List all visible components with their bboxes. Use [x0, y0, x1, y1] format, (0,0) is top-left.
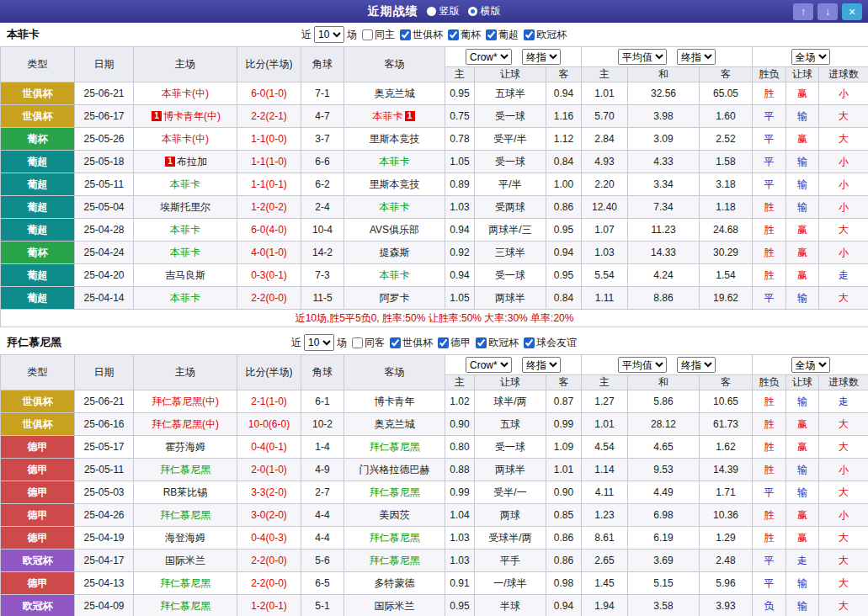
match-date: 25-04-28 — [75, 219, 134, 242]
score-cell: 1-1(0-1) — [237, 173, 301, 196]
odds-away: 0.99 — [546, 413, 582, 436]
match-row: 德甲25-05-17霍芬海姆0-4(0-1)1-4拜仁慕尼黑0.80受一球1.0… — [1, 436, 868, 459]
home-team-cell: RB莱比锡 — [134, 481, 237, 504]
league-filter-checkbox[interactable] — [476, 337, 487, 348]
odds-home: 0.94 — [445, 219, 475, 242]
away-team-name: 里斯本竞技 — [370, 178, 420, 190]
score-cell: 6-0(1-0) — [237, 82, 301, 105]
league-filter-3[interactable]: 球会友谊 — [524, 336, 577, 350]
odds-provider-select[interactable]: Crow* — [466, 49, 512, 65]
home-team-cell: 1博卡青年(中) — [134, 105, 237, 128]
corner-cell: 11-5 — [301, 287, 344, 310]
move-up-button[interactable]: ↑ — [793, 3, 813, 20]
away-team-name: 里斯本竞技 — [370, 133, 420, 145]
home-team-cell: 拜仁慕尼黑 — [134, 572, 237, 595]
odds-stage-select[interactable]: 终指 — [522, 49, 561, 65]
match-count-select[interactable]: 10 — [304, 334, 334, 351]
corner-cell: 6-6 — [301, 151, 344, 173]
sub-column-header: 和 — [628, 67, 700, 82]
same-venue-checkbox[interactable] — [362, 29, 373, 40]
avg-away: 2.52 — [700, 128, 753, 151]
scope-group: 全场 — [753, 47, 868, 67]
average-stage-select[interactable]: 终指 — [677, 49, 716, 65]
odds-home: 0.90 — [445, 413, 475, 436]
result-goals: 大 — [819, 572, 868, 595]
league-filter-checkbox[interactable] — [486, 29, 497, 40]
result-handicap: 输 — [786, 105, 819, 128]
close-button[interactable]: × — [842, 3, 862, 20]
away-team-cell: 奥克兰城 — [344, 413, 445, 436]
league-filter-2[interactable]: 葡超 — [486, 28, 519, 42]
same-venue-filter[interactable]: 同客 — [352, 336, 385, 350]
league-type-badge: 德甲 — [1, 572, 75, 595]
avg-draw: 3.09 — [628, 128, 700, 151]
radio-selected-icon — [468, 7, 477, 16]
same-venue-filter[interactable]: 同主 — [362, 28, 395, 42]
avg-draw: 6.98 — [628, 504, 700, 527]
match-date: 25-05-11 — [75, 459, 134, 481]
match-row: 葡超25-05-04埃斯托里尔1-2(0-2)2-4本菲卡1.03受两球0.86… — [1, 196, 868, 219]
league-filter-0[interactable]: 世俱杯 — [390, 336, 433, 350]
away-team-name: 本菲卡 — [380, 201, 410, 213]
odds-stage-select[interactable]: 终指 — [522, 357, 561, 373]
result-handicap: 赢 — [786, 219, 819, 242]
result-goals: 大 — [819, 481, 868, 504]
result-handicap: 输 — [786, 459, 819, 481]
league-type-badge: 葡超 — [1, 173, 75, 196]
league-filter-checkbox[interactable] — [438, 337, 449, 348]
league-filter-0[interactable]: 世俱杯 — [400, 28, 443, 42]
result-goals: 大 — [819, 128, 868, 151]
result-handicap: 赢 — [786, 264, 819, 287]
sub-column-header: 主 — [582, 375, 628, 390]
league-filter-checkbox[interactable] — [400, 29, 411, 40]
odds-provider-select[interactable]: Crow* — [466, 357, 512, 373]
odds-handicap: 半球 — [475, 595, 546, 616]
league-filter-checkbox[interactable] — [524, 337, 535, 348]
average-stage-select[interactable]: 终指 — [677, 357, 716, 373]
move-down-button[interactable]: ↓ — [817, 3, 838, 20]
result-outcome: 胜 — [753, 413, 786, 436]
column-header: 角球 — [301, 355, 344, 390]
league-type-badge: 葡杯 — [1, 242, 75, 264]
result-goals: 大 — [819, 413, 868, 436]
league-filter-3[interactable]: 欧冠杯 — [524, 28, 567, 42]
score-cell: 4-0(1-0) — [237, 242, 301, 264]
league-filter-1[interactable]: 葡杯 — [448, 28, 481, 42]
result-outcome: 平 — [753, 105, 786, 128]
odds-away: 0.95 — [546, 264, 582, 287]
home-team-cell: 吉马良斯 — [134, 264, 237, 287]
league-filter-2[interactable]: 欧冠杯 — [476, 336, 519, 350]
league-type-badge: 葡超 — [1, 196, 75, 219]
league-filter-checkbox[interactable] — [524, 29, 535, 40]
odds-away: 0.84 — [546, 287, 582, 310]
league-filter-checkbox[interactable] — [448, 29, 459, 40]
away-team-name: 多特蒙德 — [375, 577, 415, 589]
match-count-select[interactable]: 10 — [314, 26, 344, 43]
odds-handicap: 受半/一 — [475, 481, 546, 504]
away-team-name: 拜仁慕尼黑 — [370, 532, 420, 544]
match-date: 25-06-21 — [75, 390, 134, 413]
average-select[interactable]: 平均值 — [618, 49, 667, 65]
layout-radio-vertical[interactable]: 竖版 — [427, 4, 460, 19]
column-header: 主场 — [134, 47, 237, 82]
red-card-badge: 1 — [165, 157, 175, 167]
average-select[interactable]: 平均值 — [618, 357, 667, 373]
layout-radio-horizontal[interactable]: 横版 — [468, 4, 501, 19]
odds-home: 1.03 — [445, 196, 475, 219]
league-type-badge: 世俱杯 — [1, 413, 75, 436]
same-venue-checkbox[interactable] — [352, 337, 363, 348]
scope-select[interactable]: 全场 — [791, 357, 830, 373]
section-header-bar: 拜仁慕尼黑 近 10 场 同客 世俱杯德甲欧冠杯球会友谊 — [0, 331, 868, 354]
scope-select[interactable]: 全场 — [791, 49, 830, 65]
odds-handicap: 受一球 — [475, 436, 546, 459]
odds-away: 0.86 — [546, 550, 582, 572]
match-row: 世俱杯25-06-21本菲卡(中)6-0(1-0)7-1奥克兰城0.95五球半0… — [1, 82, 868, 105]
odds-handicap: 两球半 — [475, 287, 546, 310]
league-filter-1[interactable]: 德甲 — [438, 336, 471, 350]
away-team-name: 本菲卡 — [380, 156, 410, 167]
league-filter-checkbox[interactable] — [390, 337, 401, 348]
titlebar-buttons: ↑ ↓ × — [793, 3, 868, 20]
home-team-name: RB莱比锡 — [163, 486, 208, 498]
corner-cell: 6-2 — [301, 173, 344, 196]
sub-column-header: 主 — [582, 67, 628, 82]
